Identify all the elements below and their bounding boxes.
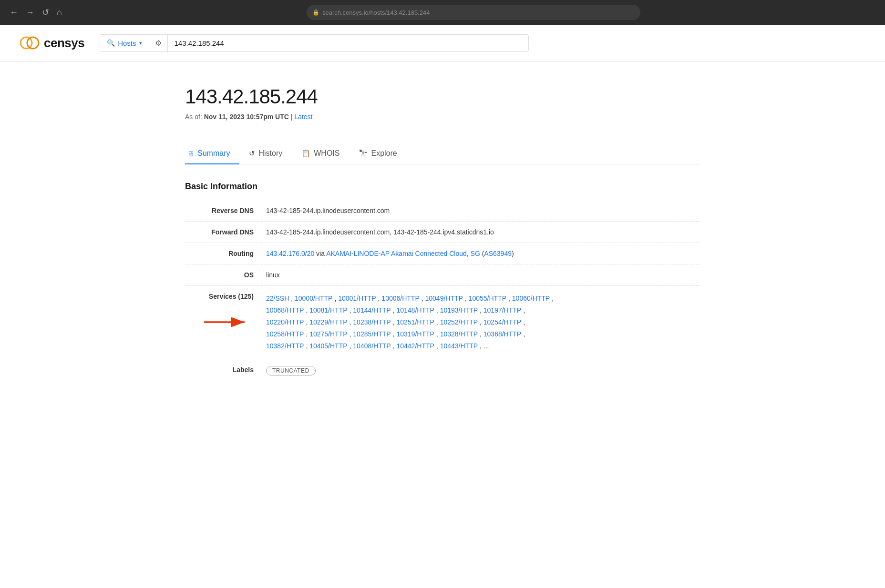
table-row: Labels TRUNCATED — [185, 359, 700, 383]
service-link[interactable]: 10258/HTTP — [266, 330, 304, 338]
browser-chrome: ← → ↺ ⌂ 🔒 search.censys.io/hosts/143.42.… — [0, 0, 885, 25]
table-row: Forward DNS 143-42-185-244.ip.linodeuser… — [185, 221, 700, 243]
arrow-icon — [199, 313, 252, 332]
provider-link[interactable]: AKAMAI-LINODE-AP Akamai Connected Cloud,… — [326, 250, 480, 257]
search-input[interactable] — [168, 35, 529, 51]
tab-whois[interactable]: 📋 WHOIS — [299, 144, 349, 164]
service-link[interactable]: 10060/HTTP — [512, 294, 550, 302]
url-path: /hosts/143.42.185.244 — [369, 9, 430, 16]
service-link[interactable]: 10251/HTTP — [396, 318, 434, 326]
service-link[interactable]: 10442/HTTP — [396, 342, 434, 350]
service-link[interactable]: 10254/HTTP — [484, 318, 521, 326]
row-value: 143-42-185-244.ip.linodeusercontent.com,… — [261, 221, 700, 243]
timestamp: Nov 11, 2023 10:57pm UTC — [204, 113, 289, 121]
tab-history[interactable]: ↺ History — [247, 144, 292, 164]
row-value-routing: 143.42.176.0/20 via AKAMAI-LINODE-AP Aka… — [261, 243, 700, 264]
service-link[interactable]: 22/SSH — [266, 294, 289, 302]
table-row: Routing 143.42.176.0/20 via AKAMAI-LINOD… — [185, 243, 700, 264]
lock-icon: 🔒 — [312, 9, 319, 16]
service-link[interactable]: 10081/HTTP — [309, 306, 347, 314]
search-icon: 🔍 — [107, 39, 115, 47]
service-link[interactable]: 10408/HTTP — [353, 342, 391, 350]
table-row: Reverse DNS 143-42-185-244.ip.linodeuser… — [185, 200, 700, 222]
tabs: 🖥 Summary ↺ History 📋 WHOIS 🔭 Explore — [185, 144, 700, 164]
gear-icon: ⚙ — [155, 39, 162, 47]
via-text: via — [316, 250, 326, 257]
latest-link[interactable]: Latest — [294, 113, 312, 121]
service-link[interactable]: 10252/HTTP — [440, 318, 478, 326]
service-link[interactable]: 10148/HTTP — [396, 306, 434, 314]
service-link[interactable]: 10006/HTTP — [381, 294, 419, 302]
service-link[interactable]: 10144/HTTP — [353, 306, 391, 314]
search-container: 🔍 Hosts ▾ ⚙ — [100, 34, 529, 52]
asn-link[interactable]: AS63949 — [484, 250, 512, 257]
nav-buttons: ← → ↺ ⌂ — [8, 6, 64, 19]
svg-point-0 — [21, 37, 32, 49]
service-link[interactable]: 10285/HTTP — [353, 330, 391, 338]
ip-title: 143.42.185.244 — [185, 85, 700, 108]
service-link[interactable]: 10382/HTTP — [266, 342, 304, 350]
page-content: censys 🔍 Hosts ▾ ⚙ 143.42.185.244 As of:… — [0, 25, 885, 588]
truncated-badge: TRUNCATED — [266, 366, 316, 375]
service-link[interactable]: 10049/HTTP — [425, 294, 463, 302]
gear-button[interactable]: ⚙ — [149, 35, 168, 51]
service-link[interactable]: 10405/HTTP — [309, 342, 347, 350]
tab-explore[interactable]: 🔭 Explore — [357, 144, 406, 164]
row-label: Reverse DNS — [185, 200, 261, 222]
back-button[interactable]: ← — [8, 6, 20, 19]
service-link[interactable]: 10220/HTTP — [266, 318, 304, 326]
row-label: Forward DNS — [185, 221, 261, 243]
section-title: Basic Information — [185, 182, 700, 192]
url-protocol: search.censys.io — [322, 9, 369, 16]
cidr-link[interactable]: 143.42.176.0/20 — [266, 250, 314, 257]
navbar: censys 🔍 Hosts ▾ ⚙ — [0, 25, 885, 61]
reload-button[interactable]: ↺ — [40, 6, 51, 19]
table-row-services: Services (125) — [185, 285, 700, 359]
tab-summary[interactable]: 🖥 Summary — [185, 144, 239, 164]
service-link[interactable]: 10001/HTTP — [338, 294, 376, 302]
forward-button[interactable]: → — [24, 6, 36, 19]
row-label: OS — [185, 264, 261, 285]
as-of-label: As of: — [185, 113, 202, 121]
tab-whois-label: WHOIS — [314, 149, 340, 158]
asn-close: ) — [512, 250, 514, 257]
service-link[interactable]: 10275/HTTP — [309, 330, 347, 338]
svg-point-1 — [27, 37, 39, 49]
explore-icon: 🔭 — [359, 149, 368, 158]
address-text: search.censys.io/hosts/143.42.185.244 — [322, 9, 430, 16]
service-link[interactable]: 10000/HTTP — [295, 294, 332, 302]
row-label: Labels — [185, 359, 261, 383]
whois-icon: 📋 — [301, 149, 310, 158]
info-table: Reverse DNS 143-42-185-244.ip.linodeuser… — [185, 200, 700, 383]
monitor-icon: 🖥 — [187, 150, 194, 158]
row-value: 143-42-185-244.ip.linodeusercontent.com — [261, 200, 700, 222]
chevron-down-icon: ▾ — [139, 40, 142, 46]
search-type-button[interactable]: 🔍 Hosts ▾ — [100, 35, 149, 51]
service-link[interactable]: 10193/HTTP — [440, 306, 478, 314]
home-button[interactable]: ⌂ — [55, 6, 64, 19]
table-row: OS linux — [185, 264, 700, 285]
services-ellipsis: ... — [484, 342, 489, 350]
service-link[interactable]: 10443/HTTP — [440, 342, 478, 350]
service-link[interactable]: 10229/HTTP — [309, 318, 347, 326]
service-link[interactable]: 10197/HTTP — [484, 306, 521, 314]
row-value-labels: TRUNCATED — [261, 359, 700, 383]
search-type-label: Hosts — [118, 39, 136, 47]
arrow-annotation — [199, 313, 252, 332]
logo-text: censys — [44, 36, 84, 51]
main-content: 143.42.185.244 As of: Nov 11, 2023 10:57… — [156, 61, 729, 401]
tab-history-label: History — [258, 149, 282, 158]
service-link[interactable]: 10238/HTTP — [353, 318, 391, 326]
service-link[interactable]: 10055/HTTP — [469, 294, 506, 302]
address-bar[interactable]: 🔒 search.censys.io/hosts/143.42.185.244 — [307, 5, 640, 20]
service-link[interactable]: 10328/HTTP — [440, 330, 478, 338]
service-link[interactable]: 10368/HTTP — [484, 330, 521, 338]
ip-subtitle: As of: Nov 11, 2023 10:57pm UTC | Latest — [185, 113, 700, 121]
censys-logo-icon — [19, 32, 40, 53]
row-value-services: 22/SSH, 10000/HTTP, 10001/HTTP, 10006/HT… — [261, 285, 700, 359]
separator: | — [291, 113, 293, 121]
tab-summary-label: Summary — [197, 149, 230, 158]
service-link[interactable]: 10068/HTTP — [266, 306, 304, 314]
service-link[interactable]: 10319/HTTP — [396, 330, 434, 338]
logo-container: censys — [19, 32, 84, 53]
